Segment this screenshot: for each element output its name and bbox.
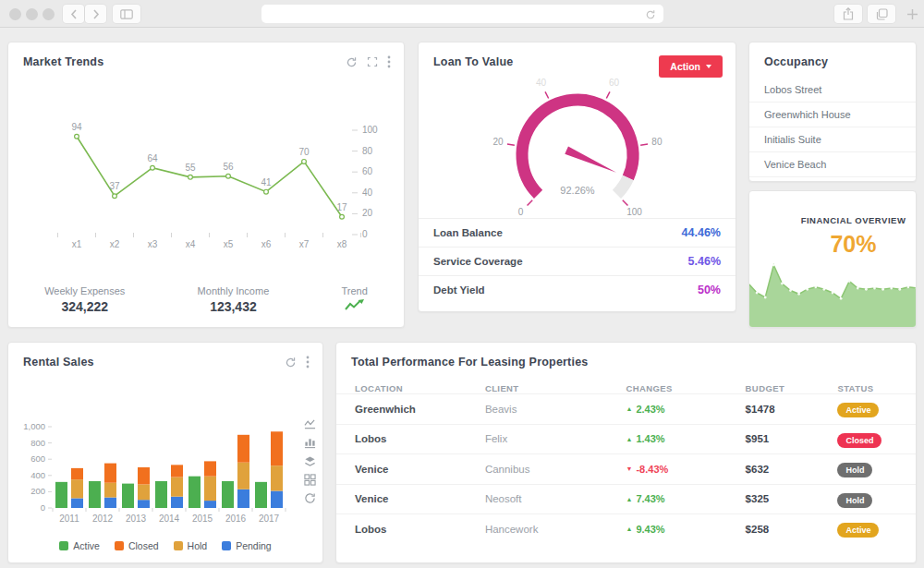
svg-text:2012: 2012 xyxy=(92,514,114,524)
svg-text:400: 400 xyxy=(30,470,45,480)
svg-text:x5: x5 xyxy=(224,239,234,249)
forward-button[interactable] xyxy=(85,5,106,23)
back-button[interactable] xyxy=(63,5,84,23)
share-button[interactable] xyxy=(834,5,862,23)
change-value: 1.43% xyxy=(636,433,664,444)
stat-label: Weekly Expenses xyxy=(44,285,125,296)
cell-location: Venice xyxy=(355,464,485,475)
legend-item[interactable]: Closed xyxy=(115,540,159,551)
cell-status: Active xyxy=(837,520,897,538)
sidebar-toggle-button[interactable] xyxy=(113,5,140,23)
legend-swatch xyxy=(59,541,68,550)
tabs-icon xyxy=(876,8,888,20)
table-header: LOCATIONCLIENTCHANGESBUDGETSTATUS xyxy=(336,383,916,393)
table-body: GreenwhichBeavis▲2.43%$1478ActiveLobosFe… xyxy=(336,393,916,544)
window-zoom-button[interactable] xyxy=(43,8,55,20)
cell-location: Venice xyxy=(355,493,485,504)
occupancy-item[interactable]: Initialis Suite xyxy=(749,127,916,152)
svg-text:x7: x7 xyxy=(299,239,310,249)
cell-client: Hancework xyxy=(485,524,626,535)
status-badge: Active xyxy=(837,523,879,538)
column-header: LOCATION xyxy=(355,383,485,393)
stack-icon[interactable] xyxy=(304,455,316,467)
legend-item[interactable]: Pending xyxy=(222,540,272,551)
svg-text:60: 60 xyxy=(362,166,373,176)
svg-text:2015: 2015 xyxy=(192,514,213,524)
stat-label: Monthly Income xyxy=(198,285,270,296)
svg-text:70: 70 xyxy=(298,147,310,157)
reload-icon[interactable] xyxy=(645,7,656,24)
cell-budget: $951 xyxy=(746,433,838,444)
svg-text:x8: x8 xyxy=(337,239,347,249)
svg-text:60: 60 xyxy=(609,78,620,88)
bar-chart-icon[interactable] xyxy=(304,437,316,449)
card-title: Total Performance For Leasing Properties xyxy=(351,356,588,369)
svg-text:2016: 2016 xyxy=(225,514,247,524)
caret-down-icon xyxy=(706,65,711,68)
occupancy-item[interactable]: Lobos Street xyxy=(749,78,916,103)
table-row[interactable]: VeniceNeosoft▲7.43%$325Hold xyxy=(336,484,916,514)
card-title: Occupancy xyxy=(764,55,828,68)
cell-status: Active xyxy=(837,400,897,417)
svg-text:41: 41 xyxy=(261,177,272,187)
cell-budget: $1478 xyxy=(746,404,838,415)
legend-item[interactable]: Active xyxy=(59,540,100,551)
svg-text:64: 64 xyxy=(147,153,158,163)
legend-item[interactable]: Hold xyxy=(174,540,208,551)
stat-label: Trend xyxy=(342,285,368,296)
browser-chrome xyxy=(0,0,924,28)
table-row[interactable]: GreenwhichBeavis▲2.43%$1478Active xyxy=(336,393,916,424)
svg-text:20: 20 xyxy=(362,208,373,218)
svg-text:17: 17 xyxy=(336,202,347,212)
rental-sales-card: Rental Sales 02004006008001,000201120122… xyxy=(7,342,323,563)
column-header: BUDGET xyxy=(746,383,838,393)
status-badge: Active xyxy=(837,403,879,417)
arrow-down-icon: ▼ xyxy=(626,465,632,472)
metric-value: 44.46% xyxy=(682,226,721,239)
status-badge: Hold xyxy=(837,493,872,508)
share-icon xyxy=(843,7,854,20)
market-trends-stats: Weekly Expenses324,222Monthly Income123,… xyxy=(8,285,404,314)
table-row[interactable]: LobosFelix▲1.43%$951Closed xyxy=(336,424,916,454)
svg-text:80: 80 xyxy=(362,146,373,156)
stat-value: 123,432 xyxy=(198,299,270,314)
table-row[interactable]: VeniceCannibus▼-8.43%$632Hold xyxy=(336,453,916,484)
window-close-button[interactable] xyxy=(9,8,21,20)
svg-text:x3: x3 xyxy=(148,239,158,249)
cell-status: Hold xyxy=(837,460,897,477)
legend-swatch xyxy=(174,541,183,550)
cell-budget: $325 xyxy=(746,493,838,504)
cell-changes: ▲1.43% xyxy=(626,433,745,444)
svg-text:0: 0 xyxy=(518,207,524,217)
cell-client: Beavis xyxy=(485,404,626,415)
cell-changes: ▲7.43% xyxy=(626,493,745,504)
change-value: 9.43% xyxy=(636,524,664,535)
rental-sales-legend: ActiveClosedHoldPending xyxy=(8,540,322,551)
svg-text:2017: 2017 xyxy=(259,514,280,524)
cell-changes: ▼-8.43% xyxy=(626,464,745,475)
legend-label: Hold xyxy=(188,540,208,551)
arrow-up-icon: ▲ xyxy=(626,436,632,442)
line-chart-icon[interactable] xyxy=(304,418,316,430)
table-row[interactable]: LobosHancework▲9.43%$258Active xyxy=(336,514,916,544)
stat-value: 324,222 xyxy=(44,299,125,314)
metric-row: Debt Yield50% xyxy=(419,275,736,304)
column-header: CHANGES xyxy=(626,383,745,393)
metric-label: Debt Yield xyxy=(433,284,485,296)
occupancy-item[interactable]: Venice Beach xyxy=(749,152,916,177)
tiled-icon[interactable] xyxy=(304,474,316,486)
occupancy-list: Lobos StreetGreenwhich HouseInitialis Su… xyxy=(749,78,916,177)
window-minimize-button[interactable] xyxy=(26,8,38,20)
stat-block: Monthly Income123,432 xyxy=(198,285,270,314)
new-tab-button[interactable] xyxy=(906,7,918,24)
occupancy-card: Occupancy Lobos StreetGreenwhich HouseIn… xyxy=(748,42,917,182)
cell-budget: $258 xyxy=(746,524,838,535)
column-header: CLIENT xyxy=(485,383,626,393)
svg-text:200: 200 xyxy=(30,486,45,496)
svg-text:1,000: 1,000 xyxy=(23,421,45,431)
address-bar[interactable] xyxy=(261,5,663,23)
restore-icon[interactable] xyxy=(304,492,316,504)
status-badge: Hold xyxy=(837,463,872,477)
tabs-button[interactable] xyxy=(868,5,895,23)
occupancy-item[interactable]: Greenwhich House xyxy=(749,103,916,127)
